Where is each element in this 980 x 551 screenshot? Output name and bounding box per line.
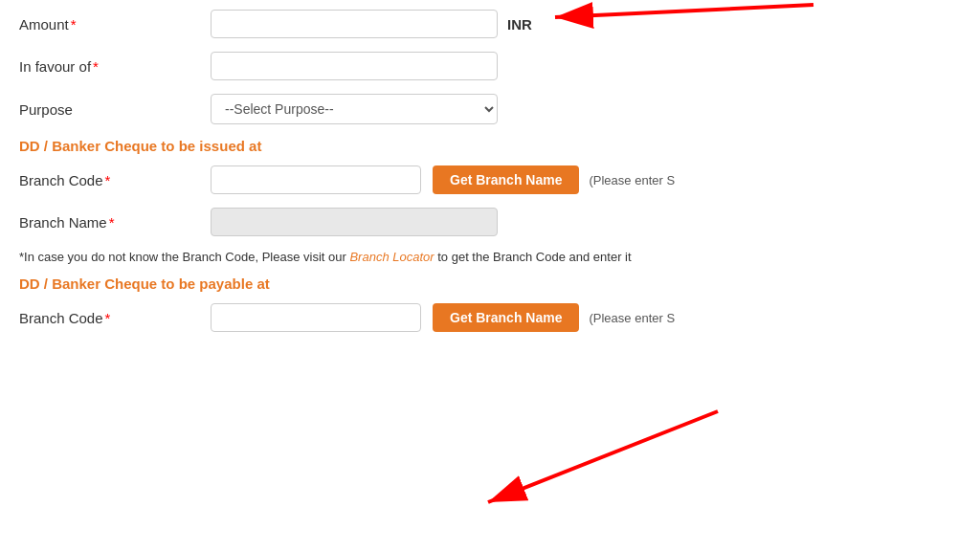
purpose-label: Purpose [19,101,211,118]
amount-input[interactable] [211,10,498,38]
svg-line-3 [488,411,718,502]
amount-required: * [71,16,77,33]
inr-label: INR [507,16,532,33]
get-branch-btn2[interactable]: Get Branch Name [433,303,579,332]
branch-name-label: Branch Name* [19,214,211,231]
infavour-input[interactable] [211,52,498,80]
section2-title: DD / Banker Cheque to be payable at [19,276,961,292]
branch-code-row1: Branch Code* Get Branch Name (Please ent… [19,165,961,194]
branch-code-label2: Branch Code* [19,310,211,326]
purpose-select[interactable]: --Select Purpose-- Education Medical Tra… [211,94,498,124]
branch-name-input[interactable] [211,208,498,236]
branch-code-input2[interactable] [211,303,421,332]
infavour-required: * [93,58,99,75]
form-container: Amount* INR In favour of* Purpose --Sele… [0,0,980,355]
branch-name-row: Branch Name* [19,208,961,236]
amount-row: Amount* INR [19,10,961,38]
branch-code-row2: Branch Code* Get Branch Name (Please ent… [19,303,961,332]
info-text: *In case you do not know the Branch Code… [19,250,961,264]
infavour-label: In favour of* [19,58,211,75]
branch-code-label1: Branch Code* [19,172,211,188]
infavour-row: In favour of* [19,52,961,80]
please-enter-text2: (Please enter S [589,311,675,325]
branch-locator-link[interactable]: Branch Locator [349,250,434,264]
amount-label: Amount* [19,16,211,33]
purpose-row: Purpose --Select Purpose-- Education Med… [19,94,961,124]
get-branch-btn1[interactable]: Get Branch Name [433,165,579,194]
branch-code-input1[interactable] [211,165,421,194]
please-enter-text1: (Please enter S [589,173,675,187]
section1-title: DD / Banker Cheque to be issued at [19,138,961,154]
